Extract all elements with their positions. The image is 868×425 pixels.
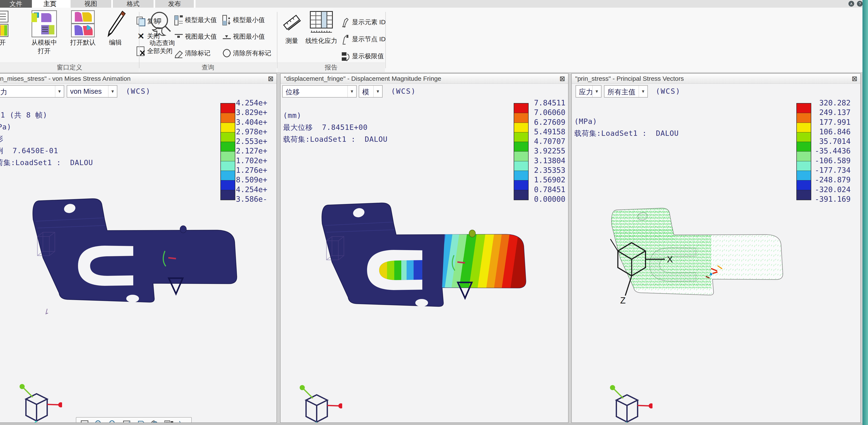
ribbon: 打开 从模板中 打开 [0,8,868,73]
clear-tag-button[interactable]: 清除标记 [174,47,225,59]
triad-y-axis [20,384,25,389]
legend-value: 2.127e+ [236,146,277,156]
window1-close-icon[interactable]: ⊠ [268,74,274,83]
window3-titlebar[interactable]: "prin_stress" - Principal Stress Vectors… [572,74,860,84]
show-node-ids-button[interactable]: 显示节点 ID [341,33,385,45]
reorient-icon[interactable] [149,418,161,422]
clear-tag-label: 清除标记 [185,49,210,58]
legend-value: -391.169 [806,194,850,204]
legend-value: 2.35353 [525,166,565,175]
measure-button[interactable]: 测量 [280,10,304,45]
window1-canvas[interactable]: 应力 ▼ von Mises ▼ (WCS) 帧 1 (共 8 帧)(MPa)变… [0,84,277,422]
window2-close-icon[interactable]: ⊠ [559,74,565,83]
window2-component-select[interactable]: 模 ▼ [359,85,382,98]
view-max-button[interactable]: 视图最大值 [174,31,225,42]
annotation-line: 载荷集:LoadSet1 : DALOU [0,157,93,168]
model-max-icon [174,15,184,27]
window1-csys-label: (WCS) [126,87,151,95]
clear-all-tags-button[interactable]: 清除所有标记 [222,47,275,59]
chevron-down-icon[interactable]: ▼ [592,86,601,97]
edit-label: 编辑 [102,38,129,47]
open-default-button[interactable]: 打开默认 [64,10,102,47]
zoom-in-icon[interactable] [92,418,105,422]
window3-quantity-select[interactable]: 应力 ▼ [576,85,601,98]
model-max-button[interactable]: 模型最大值 [174,14,225,26]
window2-canvas[interactable]: 位移 ▼ 模 ▼ (WCS) (mm)最大位移 7.8451E+00载荷集:Lo… [281,84,568,422]
display-style-icon[interactable] [163,418,175,422]
show-node-ids-label: 显示节点 ID [352,35,385,43]
saved-orientations-icon[interactable] [135,418,147,422]
chevron-down-icon[interactable]: ▼ [373,86,382,97]
show-limit-values-button[interactable]: 显示极限值 [341,50,385,62]
clear-tag-icon [174,48,184,60]
chevron-down-icon[interactable]: ▼ [639,86,647,97]
window1-quantity-select[interactable]: 应力 ▼ [0,85,64,98]
help-icon[interactable]: ? [857,1,863,7]
legend-value: 3.92255 [525,146,565,156]
window2-quantity-select[interactable]: 位移 ▼ [282,85,356,98]
perspective-icon[interactable] [177,418,189,422]
group-label-query: 查询 [140,63,277,72]
linearized-stress-label: 线性化应力 [304,37,338,45]
open-from-template-label-1: 从模板中 [25,38,63,47]
show-element-ids-button[interactable]: 显示元素 ID [341,16,385,28]
bracket-body [33,199,237,302]
chevron-down-icon[interactable]: ▼ [347,86,356,97]
tab-view[interactable]: 视图 [70,0,111,8]
axis-z-label: Z [620,295,626,305]
window2-component-value: 模 [362,87,369,97]
legend-value: 3.13804 [525,156,565,166]
edit-button[interactable]: 编辑 [102,10,129,47]
open-button[interactable]: 打开 [0,10,15,47]
view-min-button[interactable]: 视图最小值 [222,31,273,42]
bracket-boss [469,230,475,237]
result-window-displacement: "displacement_fringe" - Displacement Mag… [280,73,568,423]
group-separator [385,12,386,68]
model-principal-stress-vectors: X Z [593,202,793,326]
window2-titlebar[interactable]: "displacement_fringe" - Displacement Mag… [281,74,568,84]
legend-value: 249.137 [806,108,850,117]
window1-component-select[interactable]: von Mises ▼ [67,85,117,98]
model-max-label: 模型最大值 [185,16,217,25]
zoom-out-icon[interactable] [106,418,119,422]
annotation-line: (mm) [283,109,388,121]
window1-annotations: 帧 1 (共 8 帧)(MPa)变形比例 7.6450E-01载荷集:LoadS… [0,109,93,168]
legend-value: 5.49158 [525,127,565,137]
tab-publish[interactable]: 发布 [155,0,194,8]
window1-titlebar[interactable]: "von_mises_stress" - von Mises Stress An… [0,74,277,84]
tab-home[interactable]: 主页 [36,0,64,8]
model-min-icon [222,15,232,27]
chevron-down-icon[interactable]: ▼ [108,86,117,97]
open-from-template-button[interactable]: 从模板中 打开 [25,10,63,55]
bracket-tongue-fringe [379,260,422,280]
linearized-stress-button[interactable]: 线性化应力 [304,10,338,45]
refit-icon[interactable] [79,418,91,422]
spin-center-red [168,258,176,259]
legend-swatch [221,171,235,181]
view-max-icon [174,31,184,43]
window3-canvas[interactable]: 应力 ▼ 所有主值 ▼ (WCS) (MPa)载荷集:LoadSet1 : DA… [572,84,860,422]
window1-quantity-value: 应力 [0,87,7,97]
window3-component-select[interactable]: 所有主值 ▼ [604,85,648,98]
annotation-line: (MPa) [0,121,93,133]
legend-swatch [221,132,235,142]
legend-value: 2.553e+ [236,137,277,146]
tab-file[interactable]: 文件 [0,0,32,8]
show-node-ids-icon [341,34,351,46]
tab-format[interactable]: 格式 [113,0,153,8]
window3-annotations: (MPa)载荷集:LoadSet1 : DALOU [574,116,679,139]
chevron-down-icon[interactable]: ▼ [55,86,64,97]
orientation-triad [293,380,342,422]
ribbon-tabbar: 文件 主页 视图 格式 发布 ∧ ? [0,0,868,8]
ribbon-collapse-icon[interactable]: ∧ [848,1,854,7]
repaint-icon[interactable] [121,418,133,422]
group-separator [139,12,140,68]
legend-value: 4.70707 [525,137,565,146]
model-von-mises [15,194,249,326]
window3-close-icon[interactable]: ⊠ [851,74,857,83]
window1-legend-values: 4.254e+3.829e+3.404e+2.978e+2.553e+2.127… [236,98,277,204]
model-min-button[interactable]: 模型最小值 [222,14,273,26]
legend-value: 2.978e+ [236,127,277,137]
annotation-line: (MPa) [574,116,679,127]
legend-value: 0.78451 [525,185,565,194]
